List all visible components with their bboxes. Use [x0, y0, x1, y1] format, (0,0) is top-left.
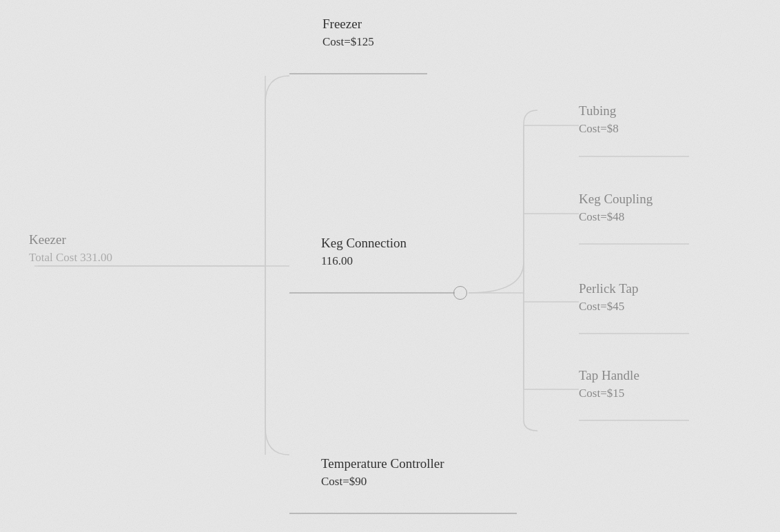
tubing-node: Tubing Cost=$8 [579, 102, 619, 136]
tap-handle-node: Tap Handle Cost=$15 [579, 367, 639, 401]
keg-connection-node: Keg Connection 116.00 [321, 234, 407, 269]
temperature-controller-node: Temperature Controller Cost=$90 [321, 455, 444, 489]
freezer-node: Freezer Cost=$125 [322, 15, 374, 50]
connector-circle [453, 286, 467, 300]
perlick-tap-node: Perlick Tap Cost=$45 [579, 280, 638, 314]
keg-coupling-node: Keg Coupling Cost=$48 [579, 190, 653, 225]
keezer-node: Keezer Total Cost 331.00 [29, 231, 112, 265]
diagram-container: Keezer Total Cost 331.00 Freezer Cost=$1… [0, 0, 780, 532]
